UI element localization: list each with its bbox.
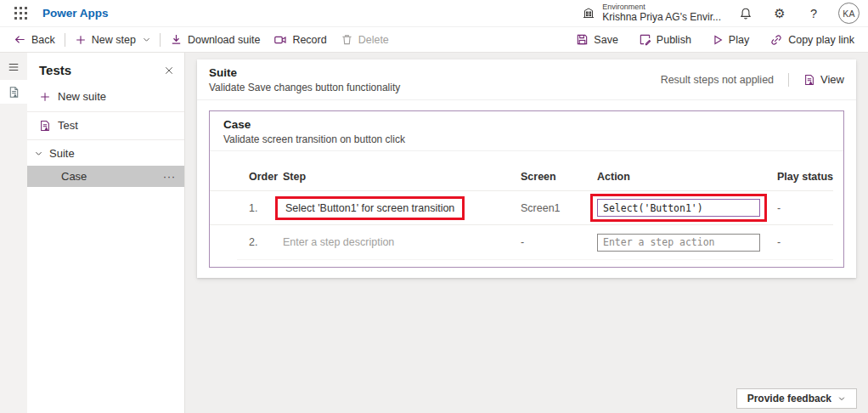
table-row: 2. Enter a step description - - [210, 225, 833, 259]
case-subtitle: Validate screen transition on button cli… [223, 133, 830, 145]
left-rail [0, 53, 27, 413]
divider [237, 259, 833, 260]
play-icon [712, 34, 724, 46]
divider [160, 33, 161, 47]
suite-header: Suite Validate Save changes button funct… [197, 59, 856, 100]
avatar[interactable]: KA [838, 3, 860, 24]
col-order: Order [249, 171, 283, 183]
result-steps-note: Result steps not applied [661, 74, 774, 86]
table-header-row: Order Step Screen Action Play status [210, 150, 833, 191]
download-suite-button[interactable]: Download suite [166, 27, 263, 52]
publish-button[interactable]: Publish [635, 33, 695, 46]
back-arrow-icon [14, 33, 26, 46]
case-card: Case Validate screen transition on butto… [209, 110, 844, 268]
view-doc-icon [803, 74, 815, 86]
trash-icon [341, 33, 353, 46]
ellipsis-icon[interactable]: ··· [163, 172, 176, 182]
step-description-placeholder[interactable]: Enter a step description [283, 236, 521, 248]
divider [788, 73, 789, 87]
main-content: Suite Validate Save changes button funct… [185, 53, 868, 413]
step-order: 2. [249, 236, 283, 248]
tests-panel: Tests New suite Test Suite [27, 53, 185, 413]
rail-tests-tab[interactable] [0, 80, 27, 104]
waffle-icon[interactable] [8, 2, 32, 25]
bell-icon[interactable] [736, 4, 755, 23]
play-status-value: - [777, 236, 833, 248]
sidebar-item-test[interactable]: Test [27, 112, 184, 140]
record-button[interactable]: Record [270, 27, 330, 52]
delete-button[interactable]: Delete [337, 27, 392, 52]
new-step-button[interactable]: New step [71, 27, 139, 52]
step-action-input[interactable] [597, 234, 760, 252]
suite-title: Suite [209, 66, 400, 79]
table-row: 1. Select 'Button1' for screen transitio… [210, 191, 833, 225]
back-button[interactable]: Back [10, 27, 59, 52]
save-button[interactable]: Save [572, 33, 622, 46]
tree-node-suite[interactable]: Suite [27, 140, 184, 166]
download-icon [170, 33, 183, 46]
hamburger-icon[interactable] [0, 54, 27, 80]
publish-icon [639, 33, 651, 46]
chevron-down-icon [837, 394, 846, 403]
step-description-annotated[interactable]: Select 'Button1' for screen transition [275, 196, 465, 220]
col-play-status: Play status [777, 171, 833, 183]
plus-icon [75, 34, 87, 46]
step-action-input[interactable] [597, 199, 760, 217]
col-action: Action [597, 171, 777, 183]
chevron-down-icon [34, 149, 43, 158]
close-icon[interactable] [164, 65, 174, 76]
environment-picker[interactable]: Environment Krishna Priya AG's Envir... [582, 3, 721, 23]
case-title: Case [223, 118, 830, 131]
new-step-dropdown-chevron-icon[interactable] [139, 27, 154, 52]
help-icon[interactable]: ? [804, 4, 823, 23]
environment-name: Krishna Priya AG's Envir... [602, 12, 721, 24]
tree-node-case-selected[interactable]: Case ··· [27, 166, 184, 187]
view-button[interactable]: View [803, 73, 844, 86]
play-button[interactable]: Play [708, 34, 752, 46]
gear-icon[interactable]: ⚙ [770, 4, 789, 23]
step-screen: Screen1 [521, 202, 597, 214]
tests-panel-title: Tests [39, 63, 71, 77]
record-icon [273, 33, 287, 47]
provide-feedback-button[interactable]: Provide feedback [736, 388, 857, 409]
suite-container: Suite Validate Save changes button funct… [197, 59, 856, 278]
environment-building-icon [582, 6, 595, 20]
play-status-value: - [777, 202, 833, 214]
col-screen: Screen [521, 171, 597, 183]
save-icon [576, 33, 589, 46]
app-title[interactable]: Power Apps [42, 7, 109, 20]
top-app-bar: Power Apps Environment Krishna Priya AG'… [0, 0, 868, 27]
step-screen: - [521, 236, 597, 248]
steps-table: Order Step Screen Action Play status 1. … [210, 150, 833, 260]
command-bar: Back New step Download suite Record Dele… [0, 27, 868, 53]
divider [65, 33, 65, 47]
action-annotation-box [590, 194, 767, 222]
plus-icon [39, 91, 51, 103]
new-suite-button[interactable]: New suite [27, 82, 184, 112]
test-doc-icon [39, 120, 51, 132]
suite-subtitle: Validate Save changes button functionali… [209, 82, 400, 93]
col-step: Step [283, 171, 521, 183]
copy-play-link-button[interactable]: Copy play link [766, 33, 858, 47]
link-icon [769, 33, 783, 47]
